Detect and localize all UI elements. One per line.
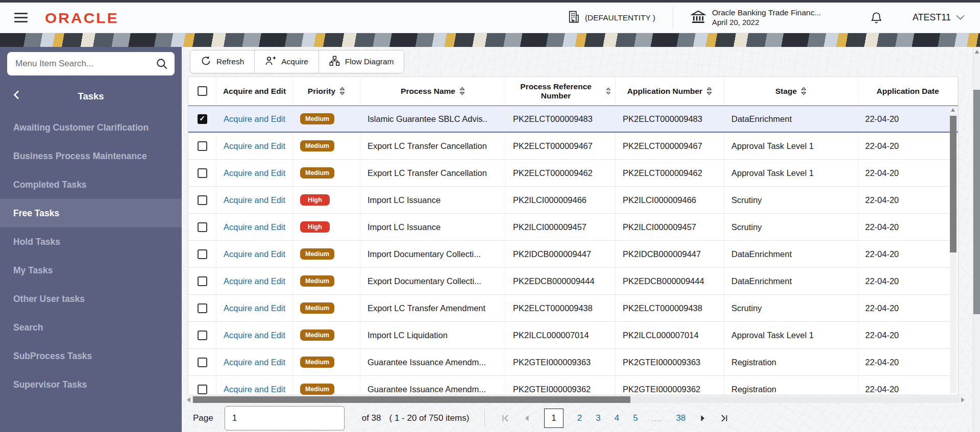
row-checkbox[interactable] [198,303,207,313]
process-name-cell: Export Documentary Collecti... [360,268,506,294]
column-header-acquire-and-edit: Acquire and Edit [216,77,293,105]
priority-badge: Medium [300,275,334,287]
notifications-bell-icon[interactable] [870,11,883,24]
sidebar-item-awaiting-customer-clarification[interactable]: Awaiting Customer Clarification [0,113,182,142]
priority-cell: Medium [293,106,360,132]
row-checkbox[interactable] [198,114,207,124]
page-number-4[interactable]: 4 [615,413,619,423]
table-horizontal-scrollbar[interactable] [187,396,965,403]
sort-icon[interactable] [801,87,806,95]
user-menu[interactable]: ATEST11 [913,12,965,23]
sort-icon[interactable] [606,87,611,95]
row-checkbox[interactable] [198,385,207,394]
stage-cell: DataEnrichment [724,241,858,267]
sidebar-section-title: Tasks [78,91,104,102]
acquire-and-edit-link[interactable]: Acquire and Edit [224,385,285,394]
row-checkbox[interactable] [198,195,207,205]
acquire-and-edit-link[interactable]: Acquire and Edit [224,331,285,340]
menu-search-input[interactable] [7,52,175,75]
refresh-button[interactable]: Refresh [190,50,255,73]
stage-cell: Scrutiny [724,214,858,240]
column-header-application-number[interactable]: Application Number [616,77,724,105]
horizontal-scrollbar-thumb[interactable] [193,396,630,403]
scroll-right-arrow-icon[interactable] [961,397,965,402]
acquire-and-edit-link[interactable]: Acquire and Edit [224,249,285,259]
acquire-and-edit-link[interactable]: Acquire and Edit [224,276,285,286]
acquire-and-edit-link[interactable]: Acquire and Edit [224,222,285,232]
column-header-priority[interactable]: Priority [293,77,360,105]
sidebar-item-other-user-tasks[interactable]: Other User tasks [0,285,182,313]
sidebar-item-search[interactable]: Search [0,313,182,342]
page-number-1[interactable]: 1 [544,409,563,428]
row-select-cell [188,133,216,159]
decorative-banner [0,33,980,47]
sort-icon[interactable] [339,87,345,95]
application-number-cell: PK2GTEI000009363 [616,349,724,375]
process-name-cell: Guarantee Issuance Amendm... [360,376,506,395]
sidebar-item-hold-tasks[interactable]: Hold Tasks [0,227,182,256]
page-number-38[interactable]: 38 [676,413,685,423]
table-vertical-scrollbar[interactable] [950,107,957,393]
row-checkbox[interactable] [198,276,207,286]
row-checkbox[interactable] [198,222,207,232]
sort-icon[interactable] [706,87,712,95]
hamburger-menu-icon[interactable] [14,13,28,22]
acquire-button[interactable]: Acquire [255,50,319,73]
table-row: Acquire and EditMediumImport Documentary… [188,241,958,268]
acquire-and-edit-link[interactable]: Acquire and Edit [224,141,285,151]
sidebar-item-subprocess-tasks[interactable]: SubProcess Tasks [0,342,182,370]
row-checkbox[interactable] [198,141,207,151]
column-header-process-name[interactable]: Process Name [360,77,506,105]
stage-cell: Approval Task Level 1 [724,322,858,348]
sidebar-item-my-tasks[interactable]: My Tasks [0,256,182,285]
page-number-3[interactable]: 3 [596,413,600,423]
sidebar-item-business-process-maintenance[interactable]: Business Process Maintenance [0,142,182,170]
search-icon[interactable] [155,57,168,72]
table-row: Acquire and EditMediumExport LC Transfer… [188,133,958,160]
acquire-and-edit-link[interactable]: Acquire and Edit [224,168,285,178]
column-header-stage[interactable]: Stage [724,77,858,105]
first-page-icon[interactable] [501,414,509,422]
scroll-left-arrow-icon[interactable] [187,397,190,402]
page-scrollbar[interactable] [973,47,980,432]
sort-icon[interactable] [459,87,465,95]
process-name-cell: Export LC Transfer Amendment [360,295,506,321]
row-select-cell [188,268,216,294]
page-scroll-up-arrow-icon[interactable] [975,50,979,54]
sidebar-item-completed-tasks[interactable]: Completed Tasks [0,170,182,199]
action-cell: Acquire and Edit [216,214,293,240]
row-checkbox[interactable] [198,168,207,178]
application-date-cell: 22-04-20 [858,160,958,186]
vertical-scrollbar-thumb[interactable] [950,116,957,252]
column-header-process-reference-number[interactable]: Process Reference Number [506,77,616,105]
sidebar-item-supervisor-tasks[interactable]: Supervisor Tasks [0,370,182,399]
acquire-and-edit-link[interactable]: Acquire and Edit [224,358,285,367]
previous-page-icon[interactable] [523,414,530,422]
page-number-2[interactable]: 2 [577,413,582,423]
flow-diagram-button[interactable]: Flow Diagram [319,50,404,73]
process-reference-cell: PK2GTEI000009362 [506,376,616,395]
row-select-cell [188,106,216,132]
toolbar: Refresh Acquire Flow Diagra [190,50,404,73]
priority-cell: Medium [293,349,360,375]
stage-cell: DataEnrichment [724,268,858,294]
acquire-and-edit-link[interactable]: Acquire and Edit [224,114,285,124]
page-scrollbar-thumb[interactable] [973,90,980,314]
horizontal-scrollbar-track[interactable] [192,396,960,403]
select-all-checkbox[interactable] [198,86,207,96]
scroll-up-arrow-icon[interactable] [951,108,955,112]
sidebar-item-free-tasks[interactable]: Free Tasks [0,199,182,227]
last-page-icon[interactable] [720,414,728,422]
acquire-and-edit-link[interactable]: Acquire and Edit [224,195,285,205]
application-info[interactable]: Oracle Banking Trade Financ... April 20,… [691,8,821,27]
back-chevron-icon[interactable] [13,90,19,99]
row-checkbox[interactable] [198,331,207,340]
row-checkbox[interactable] [198,249,207,259]
stage-cell: Scrutiny [724,295,858,321]
row-checkbox[interactable] [198,358,207,367]
next-page-icon[interactable] [699,414,706,422]
acquire-and-edit-link[interactable]: Acquire and Edit [224,303,285,313]
page-number-5[interactable]: 5 [633,413,638,423]
page-number-input[interactable] [225,406,345,430]
entity-selector[interactable]: (DEFAULTENTITY ) [568,10,655,26]
